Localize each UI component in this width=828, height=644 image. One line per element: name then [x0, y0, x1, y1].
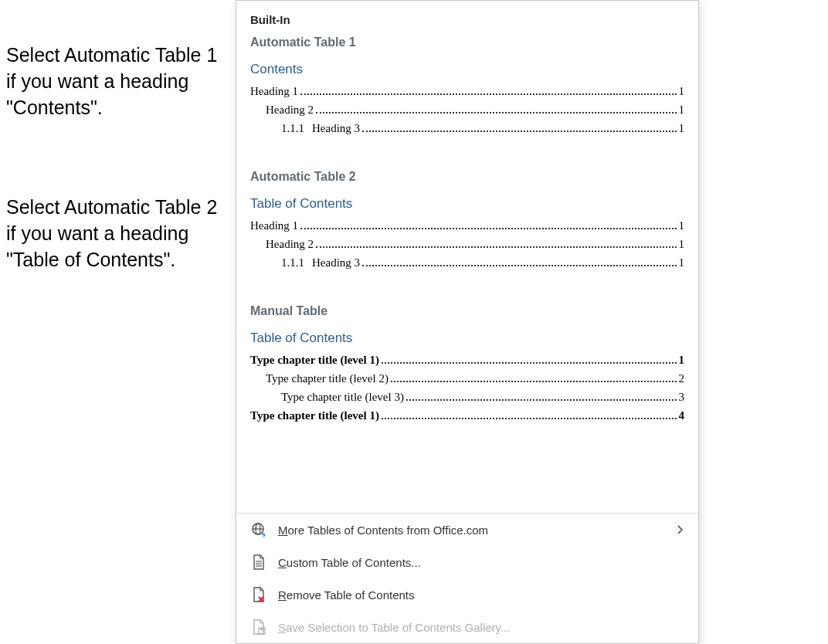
toc-entry: Type chapter title (level 2) 2	[250, 369, 684, 388]
toc-entry-label: Type chapter title (level 1)	[250, 406, 379, 425]
toc-leader-dots	[362, 265, 676, 266]
toc-preview: Contents Heading 1 1 Heading 2 1 1.1.1 H…	[250, 60, 684, 142]
style-name-label: Automatic Table 1	[250, 36, 684, 49]
toc-leader-dots	[316, 246, 676, 248]
toc-entry: Heading 1 1	[250, 82, 684, 100]
menu-custom-toc[interactable]: Custom Table of Contents...	[236, 546, 698, 578]
toc-entry: Type chapter title (level 1) 4	[250, 406, 684, 425]
toc-entry-label: Type chapter title (level 3)	[281, 388, 404, 406]
style-name-label: Manual Table	[250, 304, 684, 318]
toc-entry: Type chapter title (level 3) 3	[250, 388, 684, 406]
toc-entry-page: 2	[679, 369, 685, 388]
toc-entry-prefix: 1.1.1	[281, 253, 312, 272]
instruction-auto1: Select Automatic Table 1 if you want a h…	[6, 42, 222, 120]
toc-entry-label: Heading 3	[312, 119, 360, 137]
toc-entry-page: 1	[679, 253, 685, 272]
toc-entry-prefix: 1.1.1	[281, 119, 312, 137]
menu-more-from-office[interactable]: More Tables of Contents from Office.com	[236, 514, 698, 546]
toc-dropdown: Built-In Automatic Table 1 Contents Head…	[236, 0, 699, 644]
style-name-label: Automatic Table 2	[250, 170, 684, 184]
toc-entry-label: Type chapter title (level 2)	[266, 369, 389, 388]
toc-entry: Type chapter title (level 1) 1	[250, 351, 684, 369]
chevron-right-icon	[677, 524, 684, 535]
toc-entry-page: 1	[679, 119, 685, 137]
menu-save-to-gallery: Save Selection to Table of Contents Gall…	[236, 611, 698, 643]
toc-entry-page: 1	[679, 216, 685, 235]
document-remove-icon	[250, 586, 267, 603]
toc-entry-label: Heading 2	[266, 100, 314, 119]
svg-rect-7	[260, 628, 263, 630]
toc-entry-label: Heading 3	[312, 253, 360, 272]
document-icon	[250, 554, 267, 571]
globe-icon	[250, 521, 267, 538]
toc-leader-dots	[300, 228, 676, 229]
gallery-item-automatic-table-2[interactable]: Automatic Table 2 Table of Contents Head…	[236, 167, 698, 287]
gallery-item-automatic-table-1[interactable]: Automatic Table 1 Contents Heading 1 1 H…	[236, 32, 698, 153]
toc-leader-dots	[316, 112, 676, 114]
toc-entry-page: 1	[679, 82, 685, 100]
toc-entry-page: 1	[679, 100, 685, 119]
document-save-icon	[250, 619, 267, 636]
menu-label: More Tables of Contents from Office.com	[278, 524, 666, 537]
toc-leader-dots	[382, 362, 677, 364]
toc-entry-page: 1	[679, 235, 685, 253]
toc-entry-page: 3	[679, 388, 685, 406]
toc-leader-dots	[406, 399, 677, 401]
toc-entry: Heading 2 1	[250, 235, 684, 253]
toc-entry: 1.1.1 Heading 3 1	[250, 119, 684, 137]
menu-remove-toc[interactable]: Remove Table of Contents	[236, 578, 698, 611]
toc-preview: Table of Contents Type chapter title (le…	[250, 329, 684, 429]
toc-entry-label: Heading 1	[250, 216, 298, 235]
toc-entry: Heading 1 1	[250, 216, 684, 235]
toc-entry-page: 4	[679, 406, 685, 425]
toc-entry: 1.1.1 Heading 3 1	[250, 253, 684, 272]
toc-gallery: Built-In Automatic Table 1 Contents Head…	[236, 1, 698, 513]
dropdown-footer: More Tables of Contents from Office.com …	[236, 513, 698, 643]
toc-entry: Heading 2 1	[250, 100, 684, 119]
toc-title: Table of Contents	[250, 330, 684, 346]
toc-entry-label: Type chapter title (level 1)	[250, 351, 379, 369]
toc-entry-page: 1	[679, 351, 685, 369]
toc-leader-dots	[362, 130, 676, 132]
toc-leader-dots	[391, 381, 677, 382]
menu-label: Remove Table of Contents	[278, 588, 684, 602]
toc-title: Contents	[250, 62, 684, 77]
section-header-builtin: Built-In	[236, 8, 698, 32]
menu-label: Save Selection to Table of Contents Gall…	[278, 621, 684, 634]
toc-entry-label: Heading 1	[250, 82, 298, 100]
toc-entry-label: Heading 2	[266, 235, 314, 253]
toc-leader-dots	[300, 93, 676, 95]
gallery-item-manual-table[interactable]: Manual Table Table of Contents Type chap…	[236, 301, 698, 440]
menu-label: Custom Table of Contents...	[278, 556, 684, 569]
toc-leader-dots	[382, 418, 677, 419]
toc-preview: Table of Contents Heading 1 1 Heading 2 …	[250, 195, 684, 276]
instruction-auto2: Select Automatic Table 2 if you want a h…	[6, 195, 222, 273]
toc-title: Table of Contents	[250, 196, 684, 212]
